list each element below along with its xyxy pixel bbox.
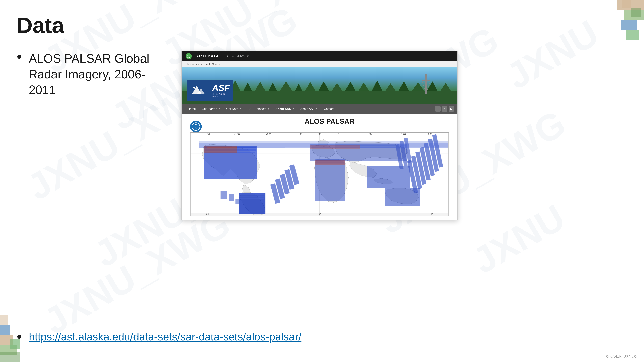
- nav-about-asf-arrow: ▼: [316, 108, 318, 110]
- svg-rect-66: [240, 198, 264, 199]
- bullet-text-1: ALOS PALSAR Global Radar Imagery, 2006-2…: [29, 51, 168, 98]
- svg-marker-18: [244, 82, 252, 90]
- site-links-text: Skip to main content | Sitemap: [186, 63, 222, 65]
- svg-marker-30: [399, 81, 409, 90]
- right-panel: EARTHDATA Other DAACs ▼ Skip to main con…: [181, 51, 627, 220]
- youtube-icon[interactable]: ▶: [448, 106, 454, 112]
- asf-subtext: Alaska SatelliteFacility: [212, 93, 230, 98]
- svg-text:60: 60: [369, 133, 372, 136]
- earthdata-bar: EARTHDATA Other DAACs ▼: [182, 51, 457, 61]
- earthdata-logo: EARTHDATA: [186, 53, 219, 59]
- svg-rect-35: [422, 80, 430, 81]
- svg-text:-80: -80: [206, 213, 209, 216]
- alos-title: ALOS PALSAR: [207, 117, 452, 125]
- facebook-icon[interactable]: f: [435, 106, 440, 112]
- nav-about-asf-label: About ASF: [300, 107, 315, 111]
- nav-get-started-label: Get Started: [202, 107, 217, 111]
- svg-rect-65: [240, 196, 265, 197]
- asf-logo-svg: [190, 84, 210, 96]
- nav-about-sar-arrow: ▼: [292, 108, 294, 110]
- nav-home-label: Home: [188, 107, 196, 111]
- svg-rect-90: [220, 191, 227, 199]
- svg-marker-22: [295, 84, 302, 90]
- nav-sar-datasets-arrow: ▼: [267, 108, 269, 110]
- svg-marker-20: [268, 83, 277, 90]
- nav-contact-label: Contact: [324, 107, 334, 111]
- nav-get-started-arrow: ▼: [218, 108, 220, 110]
- bullet-item-1: • ALOS PALSAR Global Radar Imagery, 2006…: [17, 51, 168, 98]
- svg-rect-94: [199, 141, 448, 143]
- svg-text:-150: -150: [234, 133, 240, 136]
- alos-title-area: ALOS PALSAR: [207, 117, 452, 130]
- svg-rect-67: [315, 159, 345, 201]
- earthdata-label: EARTHDATA: [193, 54, 219, 58]
- svg-rect-96: [207, 147, 237, 148]
- slide-content: Data • ALOS PALSAR Global Radar Imagery,…: [0, 0, 644, 362]
- svg-rect-36: [424, 84, 428, 84]
- svg-rect-98: [310, 145, 360, 149]
- svg-marker-28: [372, 80, 382, 90]
- svg-rect-73: [367, 166, 410, 188]
- nav-get-data-arrow: ▼: [239, 108, 241, 110]
- other-daacs-label[interactable]: Other DAACs ▼: [227, 55, 250, 58]
- left-panel: • ALOS PALSAR Global Radar Imagery, 2006…: [17, 51, 168, 108]
- svg-text:-90: -90: [298, 133, 302, 136]
- twitter-icon[interactable]: 𝕏: [442, 106, 447, 112]
- svg-text:-180: -180: [204, 133, 210, 136]
- alos-content: ALOS PALSAR: [187, 117, 452, 132]
- svg-point-42: [195, 124, 196, 125]
- asf-logo-container: ASF Alaska SatelliteFacility: [187, 80, 233, 100]
- nav-get-started[interactable]: Get Started ▼: [199, 106, 223, 112]
- svg-text:180: 180: [428, 133, 432, 136]
- nav-get-data-label: Get Data: [226, 107, 238, 111]
- earthdata-icon: [186, 53, 192, 59]
- nav-social-links: f 𝕏 ▶: [435, 106, 454, 112]
- accessibility-button[interactable]: [190, 121, 202, 132]
- svg-rect-92: [236, 199, 239, 204]
- nav-sar-datasets[interactable]: SAR Datasets ▼: [245, 106, 272, 112]
- antenna-tower: [410, 70, 444, 104]
- svg-text:-30: -30: [318, 213, 321, 216]
- nav-about-asf[interactable]: About ASF ▼: [298, 106, 320, 112]
- world-map-svg: -180 -150 -120 -90 -30 0 60 120 180: [190, 133, 449, 216]
- hero-area: ASF Alaska SatelliteFacility: [182, 67, 457, 104]
- world-map-container: -180 -150 -120 -90 -30 0 60 120 180: [190, 132, 450, 216]
- bullet-dot: •: [17, 49, 22, 64]
- svg-marker-19: [255, 82, 265, 90]
- site-links-bar: Skip to main content | Sitemap: [182, 61, 457, 67]
- svg-marker-23: [305, 82, 315, 90]
- svg-marker-25: [332, 83, 342, 90]
- nav-bar: Home Get Started ▼ Get Data ▼ SAR Datase…: [182, 104, 457, 114]
- content-area: • ALOS PALSAR Global Radar Imagery, 2006…: [17, 51, 627, 220]
- website-screenshot: EARTHDATA Other DAACs ▼ Skip to main con…: [181, 51, 458, 220]
- svg-marker-24: [319, 81, 329, 90]
- svg-text:-30: -30: [318, 133, 322, 136]
- nav-sar-datasets-label: SAR Datasets: [247, 107, 266, 111]
- svg-rect-64: [240, 193, 265, 195]
- svg-marker-21: [280, 81, 292, 90]
- svg-rect-97: [315, 160, 345, 165]
- svg-point-41: [193, 87, 195, 89]
- content-section: ALOS PALSAR: [182, 114, 457, 220]
- nav-about-sar-label: About SAR: [276, 107, 291, 111]
- asf-letters: ASF: [212, 83, 230, 93]
- svg-text:-120: -120: [266, 133, 272, 136]
- svg-text:80: 80: [430, 213, 433, 216]
- nav-contact[interactable]: Contact: [321, 106, 337, 112]
- svg-marker-29: [386, 83, 396, 90]
- nav-get-data[interactable]: Get Data ▼: [224, 106, 244, 112]
- svg-rect-91: [229, 194, 234, 201]
- nav-about-sar[interactable]: About SAR ▼: [273, 106, 297, 112]
- asf-logo-box: ASF Alaska SatelliteFacility: [187, 80, 233, 100]
- page-title: Data: [17, 13, 627, 37]
- svg-marker-26: [345, 82, 355, 90]
- svg-text:0: 0: [338, 133, 340, 136]
- accessibility-icon: [192, 122, 200, 131]
- svg-marker-27: [359, 82, 369, 90]
- nav-home[interactable]: Home: [185, 106, 198, 112]
- svg-text:120: 120: [401, 133, 406, 136]
